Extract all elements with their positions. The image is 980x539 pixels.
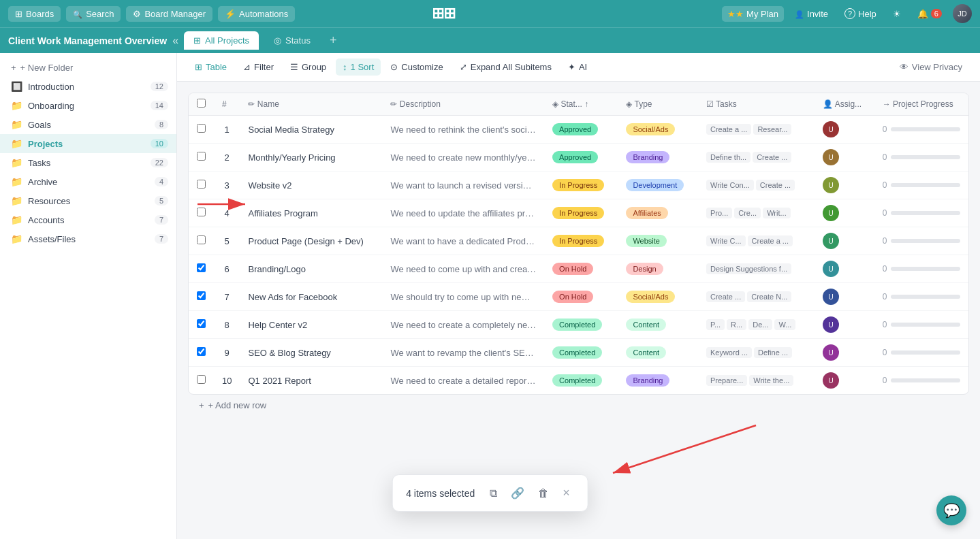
row-name[interactable]: Social Media Strategy <box>240 116 382 144</box>
new-folder-button[interactable]: + + New Folder <box>0 59 176 77</box>
row-assignee[interactable]: U <box>815 311 874 339</box>
row-tasks[interactable]: Write Con...Create ... <box>698 172 815 199</box>
row-name[interactable]: Q1 2021 Report <box>240 367 382 394</box>
row-status[interactable]: In Progress <box>544 227 618 255</box>
row-name[interactable]: SEO & Blog Strategy <box>240 339 382 367</box>
sidebar-item-resources[interactable]: 📁 Resources 5 <box>0 191 176 210</box>
col-name[interactable]: ✏ Name <box>240 93 382 116</box>
row-assignee[interactable]: U <box>815 199 874 227</box>
row-name[interactable]: Help Center v2 <box>240 311 382 339</box>
row-assignee[interactable]: U <box>815 367 874 394</box>
progress-bar[interactable] <box>891 323 960 327</box>
chat-button[interactable]: 💬 <box>936 495 966 525</box>
progress-bar[interactable] <box>891 183 960 187</box>
row-status[interactable]: On Hold <box>544 255 618 283</box>
progress-bar[interactable] <box>891 211 960 215</box>
progress-bar[interactable] <box>891 155 960 159</box>
table-view-button[interactable]: ⊞ Table <box>188 59 234 76</box>
sidebar-item-introduction[interactable]: 🔲 Introduction 12 <box>0 77 176 96</box>
boards-button[interactable]: Boards <box>8 6 61 22</box>
col-progress[interactable]: → Project Progress <box>874 93 968 116</box>
col-assign[interactable]: 👤 Assig... <box>815 93 874 116</box>
row-1-checkbox[interactable] <box>197 124 206 133</box>
row-status[interactable]: On Hold <box>544 283 618 311</box>
row-10-checkbox[interactable] <box>197 375 206 384</box>
row-status[interactable]: Approved <box>544 144 618 172</box>
close-selection-button[interactable]: × <box>558 482 574 504</box>
collapse-sidebar-button[interactable]: « <box>172 35 178 47</box>
row-type[interactable]: Content <box>618 311 698 339</box>
col-tasks[interactable]: ☑ Tasks <box>698 93 815 116</box>
tab-all-projects[interactable]: ⊞ All Projects <box>184 31 259 50</box>
row-status[interactable]: Approved <box>544 116 618 144</box>
col-status[interactable]: ◈ Stat... ↑ <box>544 93 618 116</box>
sidebar-item-tasks[interactable]: 📁 Tasks 22 <box>0 153 176 172</box>
row-assignee[interactable]: U <box>815 116 874 144</box>
col-description[interactable]: ✏ Description <box>382 93 544 116</box>
row-type[interactable]: Affiliates <box>618 199 698 227</box>
row-name[interactable]: Affiliates Program <box>240 199 382 227</box>
sidebar-item-accounts[interactable]: 📁 Accounts 7 <box>0 210 176 229</box>
progress-bar[interactable] <box>891 239 960 243</box>
row-name[interactable]: Product Page (Design + Dev) <box>240 227 382 255</box>
progress-bar[interactable] <box>891 127 960 131</box>
row-9-checkbox[interactable] <box>197 347 206 356</box>
row-type[interactable]: Content <box>618 339 698 367</box>
user-avatar[interactable]: JD <box>953 4 972 23</box>
row-tasks[interactable]: Prepare...Write the... <box>698 367 815 394</box>
sidebar-item-archive[interactable]: 📁 Archive 4 <box>0 172 176 191</box>
add-tab-button[interactable]: + <box>326 33 341 48</box>
row-5-checkbox[interactable] <box>197 235 206 244</box>
row-status[interactable]: Completed <box>544 367 618 394</box>
sort-button[interactable]: ↕ 1 Sort <box>336 59 381 76</box>
row-tasks[interactable]: Create ...Create N... <box>698 283 815 311</box>
row-tasks[interactable]: Define th...Create ... <box>698 144 815 172</box>
sidebar-item-assets-files[interactable]: 📁 Assets/Files 7 <box>0 229 176 248</box>
progress-bar[interactable] <box>891 295 960 299</box>
col-checkbox[interactable] <box>189 93 214 116</box>
row-status[interactable]: In Progress <box>544 172 618 199</box>
row-assignee[interactable]: U <box>815 227 874 255</box>
row-type[interactable]: Development <box>618 172 698 199</box>
row-assignee[interactable]: U <box>815 339 874 367</box>
row-status[interactable]: Completed <box>544 311 618 339</box>
copy-link-button[interactable]: 🔗 <box>507 483 528 504</box>
progress-bar[interactable] <box>891 350 960 355</box>
row-name[interactable]: Monthly/Yearly Pricing <box>240 144 382 172</box>
row-tasks[interactable]: Keyword ...Define ... <box>698 339 815 367</box>
row-status[interactable]: In Progress <box>544 199 618 227</box>
row-type[interactable]: Social/Ads <box>618 283 698 311</box>
tab-status[interactable]: ◎ Status <box>264 31 320 50</box>
automations-button[interactable]: Automations <box>218 6 295 22</box>
row-type[interactable]: Social/Ads <box>618 116 698 144</box>
row-8-checkbox[interactable] <box>197 319 206 328</box>
row-type[interactable]: Website <box>618 227 698 255</box>
help-button[interactable]: ? Help <box>839 5 882 22</box>
row-type[interactable]: Design <box>618 255 698 283</box>
duplicate-selected-button[interactable]: ⧉ <box>486 483 501 504</box>
expand-subitems-button[interactable]: ⤢ Expand All Subitems <box>453 59 558 76</box>
row-assignee[interactable]: U <box>815 172 874 199</box>
row-tasks[interactable]: P...R...De...W... <box>698 311 815 339</box>
search-button[interactable]: Search <box>66 6 121 22</box>
row-tasks[interactable]: Design Suggestions f... <box>698 255 815 283</box>
row-assignee[interactable]: U <box>815 144 874 172</box>
invite-button[interactable]: Invite <box>789 6 834 22</box>
board-manager-button[interactable]: Board Manager <box>126 6 212 22</box>
sidebar-item-goals[interactable]: 📁 Goals 8 <box>0 115 176 134</box>
row-status[interactable]: Completed <box>544 339 618 367</box>
row-tasks[interactable]: Create a ...Resear... <box>698 116 815 144</box>
col-type[interactable]: ◈ Type <box>618 93 698 116</box>
row-7-checkbox[interactable] <box>197 291 206 300</box>
add-row-button[interactable]: + + Add new row <box>188 395 277 416</box>
row-name[interactable]: Website v2 <box>240 172 382 199</box>
ai-button[interactable]: ✦ AI <box>561 59 594 76</box>
group-button[interactable]: ☰ Group <box>283 59 333 76</box>
view-privacy-button[interactable]: 👁 View Privacy <box>893 59 969 76</box>
select-all-checkbox[interactable] <box>197 99 206 108</box>
progress-bar[interactable] <box>891 267 960 271</box>
sidebar-item-onboarding[interactable]: 📁 Onboarding 14 <box>0 96 176 115</box>
row-2-checkbox[interactable] <box>197 152 206 161</box>
row-6-checkbox[interactable] <box>197 263 206 272</box>
row-tasks[interactable]: Pro...Cre...Writ... <box>698 199 815 227</box>
